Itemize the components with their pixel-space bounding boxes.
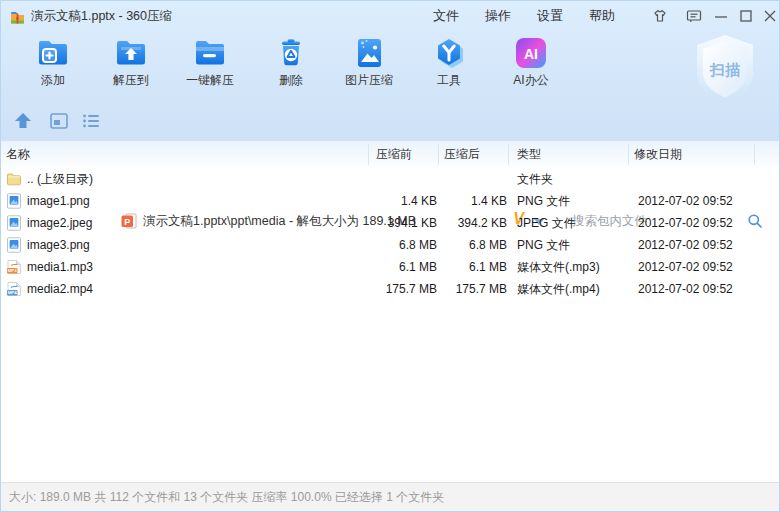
close-button[interactable] — [760, 7, 780, 25]
table-row-media1[interactable]: MP3 media1.mp3 6.1 MB 6.1 MB 媒体文件(.mp3) … — [1, 256, 779, 278]
file-list: .. (上级目录) 文件夹 image1.png 1.4 KB 1.4 KB P… — [1, 168, 779, 300]
toolbar-delete-button[interactable]: 删除 — [251, 35, 331, 97]
folder-icon — [6, 171, 22, 187]
maximize-button[interactable] — [736, 7, 756, 25]
mp3-file-icon: MP3 — [6, 259, 22, 275]
toolbar-ai-office-label: AI办公 — [487, 72, 575, 89]
column-divider[interactable] — [438, 144, 439, 165]
column-header-size-before[interactable]: 压缩前 — [376, 141, 412, 168]
close-icon — [763, 9, 777, 23]
toolbar-add-button[interactable]: 添加 — [13, 35, 93, 97]
column-header-size-after[interactable]: 压缩后 — [444, 141, 480, 168]
image-file-icon — [6, 237, 22, 253]
toolbar: 添加 解压到 一键解压 — [1, 31, 779, 101]
toolbar-extract-to-button[interactable]: 解压到 — [91, 35, 171, 97]
table-row-parent-dir[interactable]: .. (上级目录) 文件夹 — [1, 168, 779, 190]
add-folder-icon — [35, 35, 71, 71]
toolbar-extract-to-label: 解压到 — [91, 72, 171, 89]
toolbar-one-click-extract-button[interactable]: 一键解压 — [166, 35, 254, 97]
theme-skin-button[interactable] — [650, 7, 670, 25]
column-header-date[interactable]: 修改日期 — [634, 141, 682, 168]
feedback-button[interactable] — [684, 7, 704, 25]
window-title: 演示文稿1.pptx - 360压缩 — [31, 1, 172, 31]
column-header-type[interactable]: 类型 — [517, 141, 541, 168]
status-summary-text: 大小: 189.0 MB 共 112 个文件和 13 个文件夹 压缩率 100.… — [9, 483, 444, 512]
table-row-image3[interactable]: image3.png 6.8 MB 6.8 MB PNG 文件 2012-07-… — [1, 234, 779, 256]
title-bar: 演示文稿1.pptx - 360压缩 文件 操作 设置 帮助 — [1, 1, 779, 31]
up-directory-button[interactable] — [12, 111, 34, 131]
maximize-icon — [739, 9, 753, 23]
column-divider[interactable] — [368, 144, 369, 165]
table-row-image1[interactable]: image1.png 1.4 KB 1.4 KB PNG 文件 2012-07-… — [1, 190, 779, 212]
svg-text:MP4: MP4 — [8, 290, 18, 295]
address-row: P 演示文稿1.pptx\ppt\media - 解包大小为 189.1 MB … — [1, 101, 779, 141]
toolbar-tools-label: 工具 — [409, 72, 489, 89]
toolbar-image-compress-label: 图片压缩 — [325, 72, 413, 89]
image-compress-icon — [351, 35, 387, 71]
window-chrome: 演示文稿1.pptx - 360压缩 文件 操作 设置 帮助 — [1, 1, 779, 141]
toolbar-tools-button[interactable]: 工具 — [409, 35, 489, 97]
toolbar-ai-office-button[interactable]: AI AI办公 — [487, 35, 575, 97]
scan-shield-button[interactable]: 扫描 — [691, 33, 759, 107]
feedback-icon — [685, 8, 703, 24]
column-header-name[interactable]: 名称 — [6, 141, 30, 168]
status-bar: 大小: 189.0 MB 共 112 个文件和 13 个文件夹 压缩率 100.… — [1, 482, 779, 511]
open-folder-icon — [192, 35, 228, 71]
extract-folder-icon — [113, 35, 149, 71]
menu-settings[interactable]: 设置 — [537, 1, 563, 31]
image-file-icon — [6, 193, 22, 209]
image-file-icon — [6, 215, 22, 231]
minimize-icon — [714, 9, 728, 23]
svg-text:扫描: 扫描 — [709, 61, 740, 78]
table-row-image2[interactable]: image2.jpeg 394.1 KB 394.2 KB JPEG 文件 20… — [1, 212, 779, 234]
toolbar-one-click-extract-label: 一键解压 — [166, 72, 254, 89]
list-view-button[interactable] — [80, 111, 102, 131]
mp4-file-icon: MP4 — [6, 281, 22, 297]
svg-text:AI: AI — [524, 46, 538, 62]
trash-recycle-icon — [273, 35, 309, 71]
toolbar-image-compress-button[interactable]: 图片压缩 — [325, 35, 413, 97]
file-table-header: 名称 压缩前 压缩后 类型 修改日期 — [1, 141, 779, 168]
menu-help[interactable]: 帮助 — [589, 1, 615, 31]
menu-actions[interactable]: 操作 — [485, 1, 511, 31]
table-row-media2[interactable]: MP4 media2.mp4 175.7 MB 175.7 MB 媒体文件(.m… — [1, 278, 779, 300]
toolbar-add-label: 添加 — [13, 72, 93, 89]
view-mode-button[interactable] — [48, 111, 70, 131]
menu-file[interactable]: 文件 — [433, 1, 459, 31]
column-divider[interactable] — [508, 144, 509, 165]
tools-hexagon-icon — [431, 35, 467, 71]
app-window: 演示文稿1.pptx - 360压缩 文件 操作 设置 帮助 — [0, 0, 780, 512]
app-zip-icon — [9, 8, 26, 25]
toolbar-delete-label: 删除 — [251, 72, 331, 89]
ai-office-icon: AI — [513, 35, 549, 71]
svg-text:MP3: MP3 — [8, 268, 18, 273]
minimize-button[interactable] — [711, 7, 731, 25]
column-divider[interactable] — [628, 144, 629, 165]
tshirt-icon — [651, 8, 669, 24]
column-divider[interactable] — [754, 144, 755, 165]
